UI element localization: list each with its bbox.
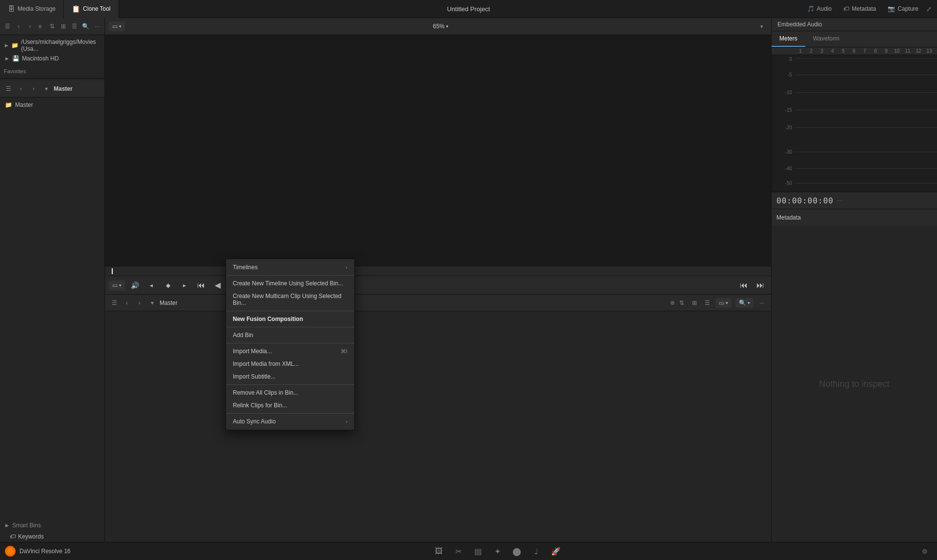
scrubber-handle[interactable] xyxy=(112,268,113,274)
menu-import-xml[interactable]: Import Media from XML... xyxy=(226,358,354,370)
tab-media-storage[interactable]: 🗄 Media Storage xyxy=(0,0,64,18)
menu-add-bin[interactable]: Add Bin xyxy=(226,329,354,341)
bottom-fairlight-btn[interactable]: ♩ xyxy=(527,542,546,560)
viewer-mode-btn[interactable]: ▭ ▾ xyxy=(109,21,125,31)
step-back-btn[interactable]: ◆ xyxy=(161,279,175,292)
db-30: -30 xyxy=(785,150,792,155)
mark-out-btn[interactable]: ⏭ xyxy=(754,279,767,292)
bin-grid-btn[interactable]: ⊞ xyxy=(689,298,700,308)
master-toolbar: ☰ ‹ › ▾ Master xyxy=(0,80,104,98)
goto-start-icon: ⏮ xyxy=(197,281,205,290)
expand-icon[interactable]: ⤢ xyxy=(925,5,932,12)
play-reverse-btn[interactable]: ◀ xyxy=(211,279,224,292)
bin-panel-btn[interactable]: ☰ xyxy=(109,298,120,308)
viewer xyxy=(105,35,771,266)
favorites-section: Favorites xyxy=(0,65,104,76)
menu-import-media[interactable]: Import Media... ⌘I xyxy=(226,345,354,358)
bottom-deliver-btn[interactable]: 🚀 xyxy=(546,542,566,560)
grid-line-50 xyxy=(795,183,937,183)
metadata-button[interactable]: 🏷 Metadata xyxy=(838,3,881,14)
sort-btn[interactable]: ⇅ xyxy=(47,21,57,32)
context-menu: Timelines › Create New Timeline Using Se… xyxy=(225,259,355,430)
tab-waveform[interactable]: Waveform xyxy=(805,31,847,47)
master-bin-item[interactable]: 📁 Master xyxy=(0,100,104,110)
zoom-control[interactable]: 65% ▾ xyxy=(433,23,448,30)
smart-bins-header[interactable]: ▶ Smart Bins xyxy=(0,520,104,531)
panel-collapse-btn[interactable]: ☰ xyxy=(3,21,12,32)
grid-view-btn[interactable]: ⊞ xyxy=(59,21,68,32)
menu-remove-clips[interactable]: Remove All Clips in Bin... xyxy=(226,386,354,399)
menu-auto-sync[interactable]: Auto Sync Audio › xyxy=(226,415,354,428)
nav-forward-btn[interactable]: › xyxy=(25,21,35,32)
more-options-btn[interactable]: ··· xyxy=(92,21,102,32)
tab-media-storage-label: Media Storage xyxy=(18,5,56,12)
db-5: -5 xyxy=(788,73,792,78)
bin-icon: 📁 xyxy=(5,101,12,108)
smart-bin-keywords[interactable]: 🏷 Keywords xyxy=(0,531,104,542)
bottom-media-btn[interactable]: 🖼 xyxy=(429,542,448,560)
timecode-more-btn[interactable]: ···· xyxy=(836,198,842,203)
master-section: ☰ ‹ › ▾ Master 📁 Master ▶ Smart Bins xyxy=(0,80,104,542)
ch-10: 10 xyxy=(892,48,902,54)
resolve-logo-icon xyxy=(5,546,16,557)
master-back-btn[interactable]: ‹ xyxy=(16,83,26,94)
top-bar: 🗄 Media Storage 📋 Clone Tool Untitled Pr… xyxy=(0,0,937,18)
grid-line-20 xyxy=(795,127,937,128)
nav-back-btn[interactable]: ‹ xyxy=(14,21,23,32)
tab-meters[interactable]: Meters xyxy=(772,31,805,47)
bin-content[interactable] xyxy=(105,311,771,542)
bin-area-label: Master xyxy=(160,300,178,306)
menu-new-fusion[interactable]: New Fusion Composition xyxy=(226,313,354,325)
channel-numbers: 1 2 3 4 5 6 7 8 9 10 11 12 13 14 15 16 xyxy=(795,48,937,54)
menu-sep-2 xyxy=(226,311,354,311)
file-tree-movies-path: /Users/michaelgriggs/Movies (Usa... xyxy=(21,39,101,52)
viewer-dropdown-chevron[interactable]: ▾ xyxy=(756,21,767,32)
db-40: -40 xyxy=(785,166,792,171)
timecode-display: 00:00:00:00 xyxy=(776,196,834,205)
prev-marker-btn[interactable]: ◂ xyxy=(144,279,158,292)
db-0: 0 xyxy=(789,57,792,62)
smart-bins-chevron-icon: ▶ xyxy=(4,522,10,528)
list-view-btn[interactable]: ☰ xyxy=(70,21,79,32)
ch-3: 3 xyxy=(816,48,827,54)
mark-in-btn[interactable]: ⏮ xyxy=(737,279,751,292)
bin-dot xyxy=(671,301,674,305)
bin-forward-btn[interactable]: › xyxy=(134,298,145,308)
next-marker-btn[interactable]: ▸ xyxy=(178,279,191,292)
menu-relink-clips[interactable]: Relink Clips for Bin... xyxy=(226,399,354,412)
bin-sort-btn[interactable]: ⇅ xyxy=(676,298,687,308)
menu-create-timeline[interactable]: Create New Timeline Using Selected Bin..… xyxy=(226,277,354,290)
bin-back-btn[interactable]: ‹ xyxy=(122,298,132,308)
scrubber[interactable] xyxy=(105,266,771,276)
file-tree-item-macintosh[interactable]: ▶ 💾 Macintosh HD xyxy=(0,54,104,63)
menu-create-multicam[interactable]: Create New Multicam Clip Using Selected … xyxy=(226,290,354,309)
playback-mode-btn[interactable]: ▭ ▾ xyxy=(109,280,125,290)
tab-clone-tool[interactable]: 📋 Clone Tool xyxy=(64,0,119,18)
volume-icon: 🔊 xyxy=(131,281,139,289)
master-panel-btn[interactable]: ☰ xyxy=(3,83,14,94)
capture-button[interactable]: 📷 Capture xyxy=(883,3,923,14)
bin-more-btn[interactable]: ··· xyxy=(756,298,767,308)
bottom-color-btn[interactable]: ⬤ xyxy=(507,542,527,560)
bottom-edit-btn[interactable]: ▤ xyxy=(468,542,488,560)
menu-timelines[interactable]: Timelines › xyxy=(226,261,354,274)
volume-btn[interactable]: 🔊 xyxy=(128,279,142,292)
bottom-deliver-icon: 🚀 xyxy=(551,547,561,556)
bin-search-btn[interactable]: 🔍 ▾ xyxy=(735,298,754,308)
viewer-toolbar: ▭ ▾ 65% ▾ ▾ xyxy=(105,18,771,35)
search-btn[interactable]: 🔍 xyxy=(81,21,90,32)
audio-button[interactable]: 🎵 Audio xyxy=(802,3,837,14)
master-dropdown-btn[interactable]: ▾ xyxy=(41,83,52,94)
bin-dropdown-btn[interactable]: ▾ xyxy=(147,298,158,308)
settings-btn[interactable]: ⚙ xyxy=(917,542,932,560)
master-forward-btn[interactable]: › xyxy=(28,83,39,94)
bottom-fusion-btn[interactable]: ✦ xyxy=(488,542,507,560)
master-label: Master xyxy=(54,85,73,92)
bin-view-options-btn[interactable]: ▭ ▾ xyxy=(715,298,732,308)
bin-list-btn[interactable]: ☰ xyxy=(702,298,713,308)
goto-start-btn[interactable]: ⏮ xyxy=(194,279,208,292)
bottom-cut-btn[interactable]: ✂ xyxy=(448,542,468,560)
metadata-label: Metadata xyxy=(852,5,876,12)
menu-import-subtitle[interactable]: Import Subtitle... xyxy=(226,370,354,383)
file-tree-item-movies[interactable]: ▶ 📁 /Users/michaelgriggs/Movies (Usa... xyxy=(0,37,104,54)
